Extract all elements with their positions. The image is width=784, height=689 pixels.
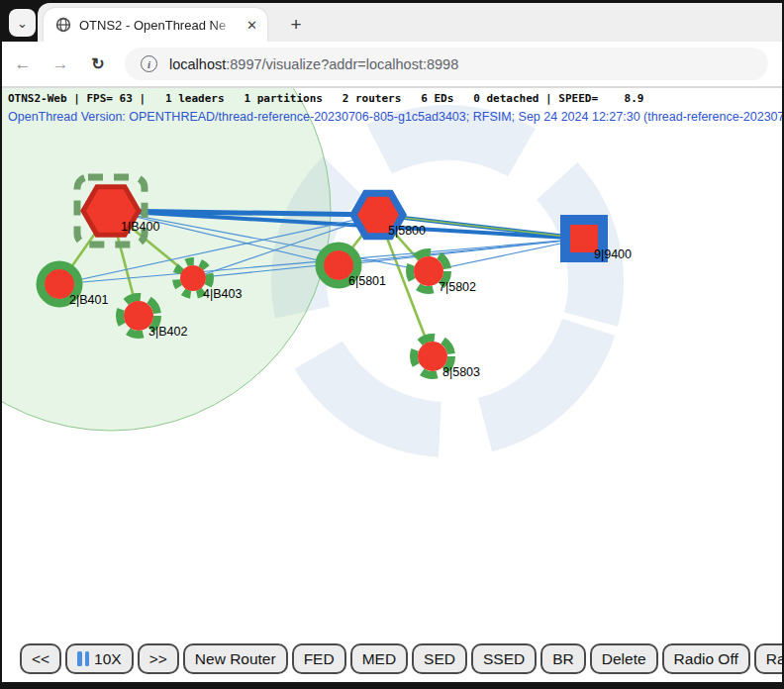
node-8-5803[interactable]: 8|5803 (414, 338, 480, 379)
delete-button[interactable]: Delete (590, 643, 658, 674)
tab-search-button[interactable]: ⌄ (9, 9, 36, 37)
button-label: << (32, 650, 49, 668)
node-label: 3|B402 (148, 325, 187, 339)
button-label: SSED (483, 650, 525, 668)
openthread-version-line: OpenThread Version: OPENTHREAD/thread-re… (8, 110, 782, 124)
fed-button[interactable]: FED (292, 643, 346, 674)
node-9-9400[interactable]: 9|9400 (565, 220, 632, 261)
radio-off-button[interactable]: Radio Off (662, 643, 750, 674)
new-tab-button[interactable]: + (283, 12, 309, 38)
node-label: 4|B403 (203, 287, 242, 301)
forward-button[interactable]: → (48, 54, 73, 74)
simulation-status-line: OTNS2-Web | FPS= 63 | 1 leaders 1 partit… (8, 92, 643, 105)
node-label: 8|5803 (442, 365, 480, 379)
tab-close-icon[interactable]: ✕ (246, 19, 257, 32)
address-bar[interactable]: i localhost:8997/visualize?addr=localhos… (125, 48, 768, 80)
button-label: Radio On (766, 650, 782, 668)
node-6-5801[interactable]: 6|5801 (320, 246, 386, 288)
button-label: BR (552, 650, 574, 668)
globe-favicon-icon (55, 17, 71, 33)
browser-toolbar: ← → ↻ i localhost:8997/visualize?addr=lo… (2, 42, 782, 88)
pause-icon (77, 651, 89, 666)
sed-button[interactable]: SED (412, 643, 467, 674)
button-label: 10X (94, 650, 122, 668)
tab-strip: ⌄ OTNS2 - OpenThread Ne ✕ + (2, 2, 782, 42)
step-forward-button[interactable]: >> (138, 643, 179, 674)
node-label: 9|9400 (594, 247, 632, 261)
node-label: 1|B400 (121, 220, 159, 234)
button-label: New Router (195, 650, 276, 668)
bottom-toolbar: <<10X>>New RouterFEDMEDSEDSSEDBRDeleteRa… (20, 643, 782, 674)
radio-on-button[interactable]: Radio On (754, 643, 782, 674)
node-label: 2|B401 (69, 293, 108, 307)
button-label: SED (424, 650, 455, 668)
url-text: localhost:8997/visualize?addr=localhost:… (169, 56, 458, 72)
br-button[interactable]: BR (540, 643, 586, 674)
link-6-9 (339, 239, 584, 265)
otns-canvas[interactable]: 1|B4002|B4013|B4024|B4035|58006|58017|58… (2, 88, 782, 682)
window-frame-bottom (0, 682, 784, 689)
site-info-icon[interactable]: i (141, 55, 157, 72)
step-back-button[interactable]: << (20, 643, 61, 674)
button-label: MED (362, 650, 396, 668)
radio-range-circle (2, 88, 331, 431)
new-router-button[interactable]: New Router (183, 643, 288, 674)
ssed-button[interactable]: SSED (471, 643, 537, 674)
node-label: 5|5800 (388, 224, 426, 238)
med-button[interactable]: MED (350, 643, 408, 674)
network-canvas-svg: 1|B4002|B4013|B4024|B4035|58006|58017|58… (2, 88, 782, 682)
active-tab[interactable]: OTNS2 - OpenThread Ne ✕ (44, 8, 267, 42)
node-label: 7|5802 (439, 280, 476, 294)
reload-button[interactable]: ↻ (85, 54, 111, 73)
node-label: 6|5801 (348, 274, 386, 288)
back-button[interactable]: ← (10, 54, 36, 74)
node-7-5802[interactable]: 7|5802 (410, 252, 476, 294)
chevron-down-icon: ⌄ (17, 16, 28, 31)
plus-icon: + (290, 14, 301, 36)
node-5-5800[interactable]: 5|5800 (353, 193, 426, 238)
url-host: localhost (169, 56, 226, 72)
url-path: :8997/visualize?addr=localhost:8998 (226, 56, 458, 72)
browser-window: ⌄ OTNS2 - OpenThread Ne ✕ + ← → ↻ i loca… (0, 0, 784, 689)
button-label: Radio Off (674, 650, 738, 668)
button-label: Delete (602, 650, 646, 668)
button-label: >> (149, 650, 167, 668)
speed-button[interactable]: 10X (65, 643, 134, 674)
button-label: FED (304, 650, 335, 668)
tab-title: OTNS2 - OpenThread Ne (79, 18, 236, 33)
